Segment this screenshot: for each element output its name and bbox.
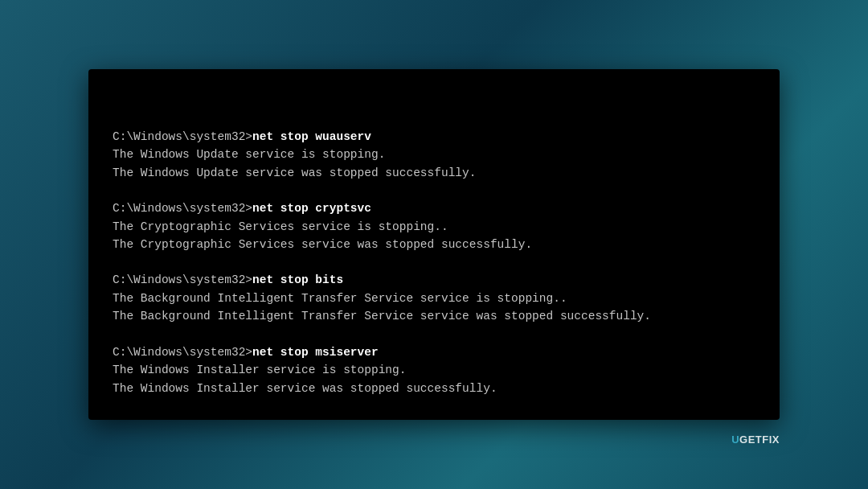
- command-2: net stop cryptsvc: [252, 202, 371, 215]
- cmd-line-1: C:\Windows\system32>net stop wuauserv: [113, 128, 755, 146]
- terminal-block-4: C:\Windows\system32>net stop msiserverTh…: [113, 343, 755, 397]
- terminal-block-1: C:\Windows\system32>net stop wuauservThe…: [113, 128, 755, 182]
- prompt-1: C:\Windows\system32>: [113, 130, 252, 143]
- command-3: net stop bits: [252, 273, 343, 286]
- output-line-1-2: The Windows Update service was stopped s…: [113, 164, 755, 182]
- prompt-2: C:\Windows\system32>: [113, 202, 252, 215]
- terminal-wrapper: C:\Windows\system32>net stop wuauservThe…: [88, 69, 780, 421]
- output-line-4-1: The Windows Installer service is stoppin…: [113, 361, 755, 379]
- output-line-3-1: The Background Intelligent Transfer Serv…: [113, 290, 755, 307]
- command-1: net stop wuauserv: [252, 130, 371, 143]
- cmd-line-3: C:\Windows\system32>net stop bits: [113, 271, 755, 289]
- terminal-content: C:\Windows\system32>net stop wuauservThe…: [113, 92, 755, 398]
- output-line-3-2: The Background Intelligent Transfer Serv…: [113, 307, 755, 325]
- terminal-container: C:\Windows\system32>net stop wuauservThe…: [88, 69, 780, 421]
- terminal-block-2: C:\Windows\system32>net stop cryptsvcThe…: [113, 199, 755, 253]
- terminal-block-3: C:\Windows\system32>net stop bitsThe Bac…: [113, 271, 755, 325]
- watermark: UGETFIX: [731, 434, 780, 446]
- output-line-1-1: The Windows Update service is stopping.: [113, 146, 755, 163]
- output-line-2-2: The Cryptographic Services service was s…: [113, 236, 755, 253]
- prompt-3: C:\Windows\system32>: [113, 273, 252, 286]
- prompt-4: C:\Windows\system32>: [113, 346, 252, 359]
- output-line-4-2: The Windows Installer service was stoppe…: [113, 380, 755, 397]
- cmd-line-2: C:\Windows\system32>net stop cryptsvc: [113, 199, 755, 217]
- cmd-line-4: C:\Windows\system32>net stop msiserver: [113, 343, 755, 361]
- output-line-2-1: The Cryptographic Services service is st…: [113, 218, 755, 236]
- watermark-u: U: [731, 434, 739, 446]
- watermark-getfix: GETFIX: [739, 434, 780, 446]
- command-4: net stop msiserver: [252, 346, 379, 359]
